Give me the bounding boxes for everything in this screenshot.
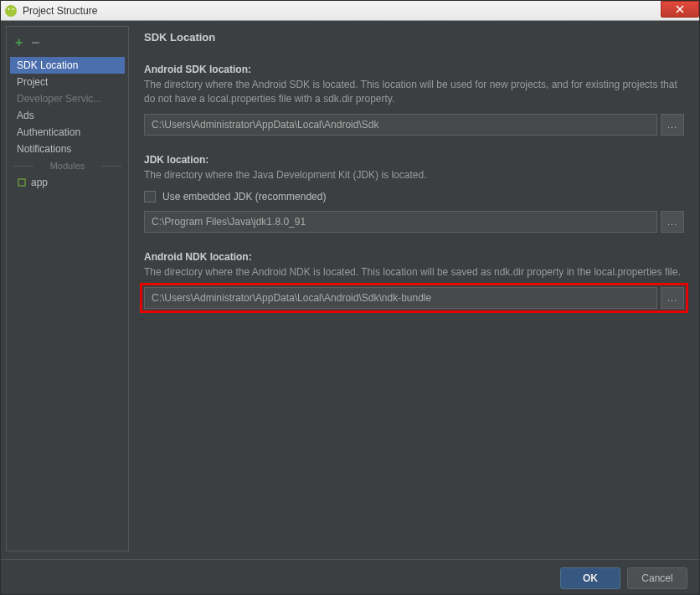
embedded-jdk-label: Use embedded JDK (recommended) <box>162 191 326 203</box>
titlebar: Project Structure <box>1 1 699 21</box>
jdk-section: JDK location: The directory where the Ja… <box>144 154 684 233</box>
ndk-highlight: ... <box>140 283 688 313</box>
svg-point-2 <box>13 8 14 10</box>
footer: OK Cancel <box>1 559 699 595</box>
ndk-path-input[interactable] <box>144 287 657 309</box>
svg-rect-4 <box>19 180 24 185</box>
sidebar-item-developer-services[interactable]: Developer Servic... <box>10 90 125 107</box>
sidebar-item-ads[interactable]: Ads <box>10 107 125 124</box>
ndk-label: Android NDK location: <box>144 251 684 263</box>
jdk-browse-button[interactable]: ... <box>661 211 684 233</box>
jdk-path-input[interactable] <box>144 211 657 233</box>
sidebar-item-project[interactable]: Project <box>10 74 125 90</box>
ndk-section: Android NDK location: The directory wher… <box>144 251 684 312</box>
sidebar-module-app[interactable]: app <box>10 174 125 191</box>
sdk-label: Android SDK location: <box>144 64 684 75</box>
sdk-section: Android SDK location: The directory wher… <box>144 64 684 136</box>
sdk-desc: The directory where the Android SDK is l… <box>144 78 684 107</box>
sdk-path-input[interactable] <box>144 114 657 136</box>
jdk-label: JDK location: <box>144 154 684 166</box>
add-icon[interactable]: + <box>15 36 23 49</box>
svg-point-0 <box>5 5 17 17</box>
embedded-jdk-checkbox[interactable] <box>144 191 156 203</box>
sdk-browse-button[interactable]: ... <box>661 114 684 136</box>
cancel-button[interactable]: Cancel <box>627 567 687 589</box>
ndk-browse-button[interactable]: ... <box>661 287 684 309</box>
close-button[interactable] <box>661 1 699 18</box>
jdk-desc: The directory where the Java Development… <box>144 168 684 182</box>
remove-icon[interactable]: − <box>31 35 40 50</box>
app-icon <box>4 4 18 18</box>
main-panel: SDK Location Android SDK location: The d… <box>129 21 699 557</box>
sidebar-item-sdk-location[interactable]: SDK Location <box>10 57 125 74</box>
sidebar-item-notifications[interactable]: Notifications <box>10 141 125 157</box>
module-icon <box>17 177 27 187</box>
ok-button[interactable]: OK <box>560 567 620 589</box>
sidebar-toolbar: + − <box>10 32 125 57</box>
window-title: Project Structure <box>23 5 97 17</box>
sidebar-item-authentication[interactable]: Authentication <box>10 124 125 141</box>
page-title: SDK Location <box>144 31 684 44</box>
svg-point-1 <box>8 8 10 10</box>
sidebar: + − SDK Location Project Developer Servi… <box>6 26 129 551</box>
module-label: app <box>31 177 48 188</box>
sidebar-modules-header: Modules <box>10 161 125 171</box>
ndk-desc: The directory where the Android NDK is l… <box>144 265 684 280</box>
